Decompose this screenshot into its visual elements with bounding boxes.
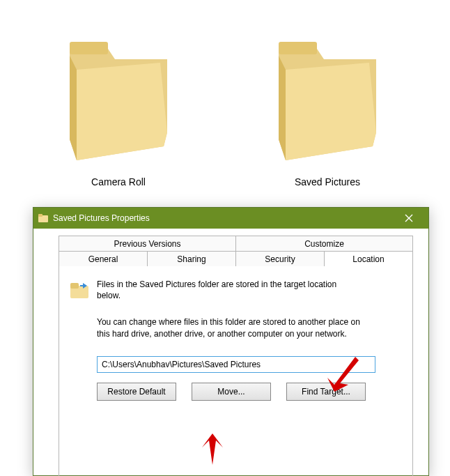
tab-general[interactable]: General <box>59 251 148 266</box>
properties-dialog: Saved Pictures Properties Previous Versi… <box>33 207 429 476</box>
restore-default-button[interactable]: Restore Default <box>97 383 176 401</box>
move-button[interactable]: Move... <box>192 383 271 401</box>
tab-previous-versions[interactable]: Previous Versions <box>59 236 236 251</box>
folder-label: Camera Roll <box>91 176 146 187</box>
folder-saved-pictures[interactable]: Saved Pictures <box>265 28 390 187</box>
tab-label: General <box>88 254 118 264</box>
svg-marker-3 <box>70 56 77 160</box>
titlebar[interactable]: Saved Pictures Properties <box>33 208 428 229</box>
svg-marker-14 <box>202 433 223 465</box>
svg-marker-6 <box>286 63 376 160</box>
annotation-arrow-icon <box>195 433 230 468</box>
svg-rect-12 <box>80 285 83 286</box>
svg-marker-2 <box>77 63 167 160</box>
info-text-2: You can change where files in this folde… <box>97 316 362 339</box>
tab-label: Customize <box>304 239 344 249</box>
tab-label: Location <box>352 254 384 264</box>
folder-small-icon <box>38 213 49 224</box>
folder-icon <box>63 28 174 169</box>
tab-label: Security <box>265 254 295 264</box>
dialog-title: Saved Pictures Properties <box>53 213 394 223</box>
location-folder-icon <box>69 279 91 301</box>
info-text-1: Files in the Saved Pictures folder are s… <box>97 279 341 301</box>
find-target-button[interactable]: Find Target... <box>286 383 366 401</box>
tab-panel-location: Files in the Saved Pictures folder are s… <box>59 266 413 476</box>
close-button[interactable] <box>394 208 424 229</box>
svg-rect-1 <box>70 42 108 54</box>
svg-rect-11 <box>70 283 79 289</box>
svg-rect-5 <box>279 42 317 54</box>
tab-sharing[interactable]: Sharing <box>148 251 236 266</box>
folder-label: Saved Pictures <box>295 176 360 187</box>
location-path-input[interactable] <box>97 356 375 373</box>
tab-label: Sharing <box>177 254 205 264</box>
svg-rect-9 <box>38 214 42 217</box>
close-icon <box>405 214 413 222</box>
folder-camera-roll[interactable]: Camera Roll <box>56 28 181 187</box>
folder-icon <box>272 28 383 169</box>
svg-marker-7 <box>279 56 286 160</box>
tab-security[interactable]: Security <box>236 251 325 266</box>
tab-customize[interactable]: Customize <box>236 236 413 251</box>
tab-label: Previous Versions <box>114 239 180 249</box>
tab-location[interactable]: Location <box>325 251 413 266</box>
